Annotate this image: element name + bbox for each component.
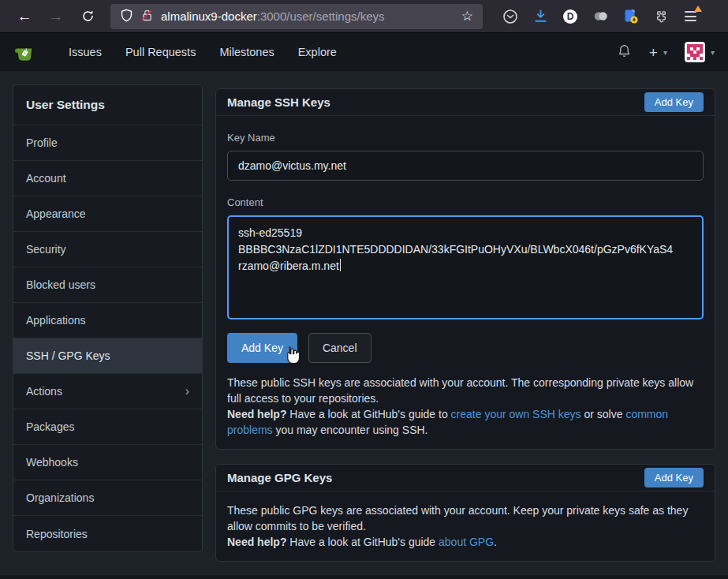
menu-hamburger-icon[interactable] bbox=[681, 8, 699, 25]
main-content: Manage SSH Keys Add Key Key Name Content… bbox=[215, 88, 715, 576]
sidebar-item-profile[interactable]: Profile bbox=[13, 125, 202, 161]
content-text: ssh-ed25519 BBBBC3NzaC1lZDI1NTE5DDDDIDAN… bbox=[238, 226, 673, 272]
need-help-label: Need help? bbox=[227, 408, 286, 420]
settings-sidebar: User Settings Profile Account Appearance… bbox=[13, 84, 203, 552]
ssh-add-key-toggle-button[interactable]: Add Key bbox=[644, 92, 704, 112]
gpg-add-key-toggle-button[interactable]: Add Key bbox=[644, 468, 704, 487]
nav-item-milestones[interactable]: Milestones bbox=[207, 46, 286, 58]
text-cursor bbox=[340, 259, 341, 271]
gitea-navbar: Issues Pull Requests Milestones Explore … bbox=[0, 33, 728, 71]
browser-nav-buttons: ← → bbox=[13, 5, 99, 28]
url-bar[interactable]: almalinux9-docker:3000/user/settings/key… bbox=[110, 4, 483, 29]
translate-doc-icon[interactable] bbox=[622, 8, 639, 25]
extensions-puzzle-icon[interactable] bbox=[651, 8, 669, 25]
extension-circles-icon[interactable] bbox=[592, 8, 609, 25]
content-label: Content bbox=[227, 196, 704, 208]
gpg-panel-header: Manage GPG Keys Add Key bbox=[216, 465, 715, 491]
add-key-submit-button[interactable]: Add Key bbox=[227, 333, 297, 363]
window-bottom-edge bbox=[0, 575, 728, 579]
browser-extension-area: D bbox=[502, 8, 699, 25]
nav-item-pull-requests[interactable]: Pull Requests bbox=[114, 46, 207, 58]
screen: ← → almalinux9-docker:3000/user/settings… bbox=[0, 0, 728, 579]
download-icon[interactable] bbox=[532, 8, 549, 25]
sidebar-title: User Settings bbox=[13, 85, 202, 125]
insecure-lock-icon[interactable] bbox=[140, 9, 154, 24]
gpg-help-line2: Need help? Have a look at GitHub's guide… bbox=[227, 534, 704, 550]
about-gpg-link[interactable]: about GPG bbox=[439, 536, 494, 548]
ssh-panel-header: Manage SSH Keys Add Key bbox=[216, 89, 715, 116]
create-ssh-keys-link[interactable]: create your own SSH keys bbox=[451, 408, 581, 420]
sidebar-item-repositories[interactable]: Repositories bbox=[13, 516, 202, 551]
ssh-help-text: These public SSH keys are associated wit… bbox=[227, 375, 704, 438]
manage-gpg-keys-panel: Manage GPG Keys Add Key These public GPG… bbox=[215, 464, 715, 562]
plus-icon: + bbox=[649, 45, 658, 60]
chevron-right-icon: › bbox=[185, 384, 189, 398]
sidebar-item-blocked-users[interactable]: Blocked users bbox=[13, 267, 202, 303]
ssh-help-line1: These public SSH keys are associated wit… bbox=[227, 375, 704, 406]
sidebar-item-account[interactable]: Account bbox=[13, 161, 202, 196]
key-name-label: Key Name bbox=[227, 132, 704, 144]
notifications-bell-icon[interactable] bbox=[617, 43, 632, 62]
content-textarea[interactable]: ssh-ed25519 BBBBC3NzaC1lZDI1NTE5DDDDIDAN… bbox=[227, 215, 704, 319]
forward-icon[interactable]: → bbox=[44, 5, 68, 28]
ssh-form-buttons: Add Key Cancel bbox=[227, 333, 704, 363]
sidebar-item-webhooks[interactable]: Webhooks bbox=[13, 445, 202, 480]
sidebar-item-security[interactable]: Security bbox=[13, 232, 202, 267]
back-icon[interactable]: ← bbox=[13, 5, 36, 28]
gpg-panel-body: These public GPG keys are associated wit… bbox=[216, 491, 715, 561]
user-menu-dropdown[interactable]: ▾ bbox=[685, 42, 715, 62]
need-help-label: Need help? bbox=[227, 536, 286, 548]
reload-icon[interactable] bbox=[76, 5, 99, 28]
sidebar-item-actions[interactable]: Actions › bbox=[13, 374, 202, 409]
cancel-button[interactable]: Cancel bbox=[308, 333, 371, 363]
pocket-icon[interactable] bbox=[502, 8, 519, 25]
gpg-panel-title: Manage GPG Keys bbox=[227, 471, 332, 484]
url-text: almalinux9-docker:3000/user/settings/key… bbox=[161, 9, 385, 23]
gpg-help-line1: These public GPG keys are associated wit… bbox=[227, 502, 704, 534]
bookmark-star-icon[interactable]: ☆ bbox=[461, 8, 473, 24]
browser-toolbar: ← → almalinux9-docker:3000/user/settings… bbox=[0, 0, 728, 33]
ssh-panel-body: Key Name Content ssh-ed25519 BBBBC3NzaC1… bbox=[216, 116, 715, 449]
manage-ssh-keys-panel: Manage SSH Keys Add Key Key Name Content… bbox=[215, 88, 715, 450]
url-path: :3000/user/settings/keys bbox=[257, 9, 385, 23]
key-name-input[interactable] bbox=[227, 151, 704, 181]
darkreader-icon[interactable]: D bbox=[562, 8, 579, 25]
sidebar-item-applications[interactable]: Applications bbox=[13, 303, 202, 338]
gitea-logo-icon[interactable] bbox=[13, 42, 35, 63]
nav-item-issues[interactable]: Issues bbox=[57, 46, 114, 58]
navbar-right: + ▾ ▾ bbox=[617, 42, 715, 62]
darkreader-letter: D bbox=[563, 9, 577, 24]
hamburger-bars bbox=[685, 11, 696, 21]
sidebar-item-packages[interactable]: Packages bbox=[13, 409, 202, 445]
ssh-help-line2: Need help? Have a look at GitHub's guide… bbox=[227, 406, 704, 438]
update-badge-icon bbox=[694, 6, 702, 12]
sidebar-item-label: Actions bbox=[26, 385, 62, 398]
ssh-panel-title: Manage SSH Keys bbox=[227, 95, 330, 109]
sidebar-item-appearance[interactable]: Appearance bbox=[13, 196, 202, 232]
chevron-down-icon: ▾ bbox=[663, 48, 667, 57]
chevron-down-icon: ▾ bbox=[711, 48, 715, 57]
sidebar-item-organizations[interactable]: Organizations bbox=[13, 480, 202, 516]
user-avatar[interactable] bbox=[685, 42, 705, 62]
create-new-dropdown[interactable]: + ▾ bbox=[649, 45, 667, 60]
url-domain: almalinux9-docker bbox=[161, 9, 257, 23]
shield-icon[interactable] bbox=[120, 9, 133, 24]
nav-item-explore[interactable]: Explore bbox=[286, 46, 349, 58]
sidebar-item-ssh-gpg-keys[interactable]: SSH / GPG Keys bbox=[13, 338, 202, 374]
gpg-help-text: These public GPG keys are associated wit… bbox=[227, 502, 704, 550]
page-content: User Settings Profile Account Appearance… bbox=[0, 71, 728, 579]
